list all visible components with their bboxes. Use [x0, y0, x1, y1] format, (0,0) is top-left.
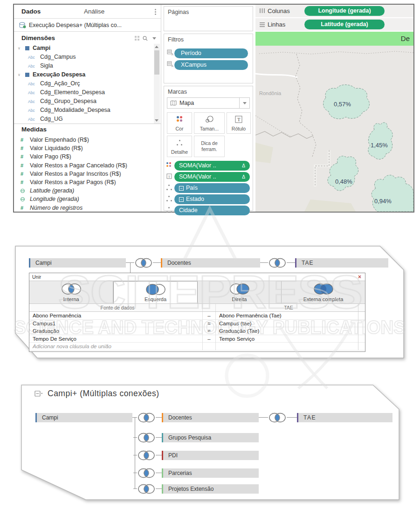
- inner-join-icon[interactable]: [137, 468, 156, 479]
- inner-join-icon[interactable]: [134, 257, 153, 268]
- measure-field[interactable]: #Valor Empenhado (R$): [14, 136, 161, 144]
- join-type-direita[interactable]: Direita: [198, 281, 282, 303]
- map-mark-icon: [170, 100, 177, 106]
- table-bar-parcerias[interactable]: Parcerias: [162, 468, 259, 478]
- measure-field[interactable]: #Valor Restos a Pagar Cancelado (R$): [14, 161, 161, 170]
- join-operator[interactable]: –: [203, 312, 216, 320]
- dimension-field[interactable]: Abc Sigla: [14, 62, 154, 70]
- mark-pill-estado[interactable]: −Estado: [174, 194, 250, 204]
- dimensions-tree: ∨ Campi Abc Cdg_Campus Abc Sigla ∨ Execu…: [14, 44, 154, 124]
- join-clause-row[interactable]: Tempo De Serviço – Tempo Serviço: [29, 335, 365, 343]
- datasource-row[interactable]: Execução Despesa+ (Múltiplas co...: [14, 19, 161, 32]
- dimension-field[interactable]: Abc Cdg_UG: [14, 115, 154, 124]
- join-type-externa-completa[interactable]: Externa completa: [282, 281, 365, 303]
- table-bar-docentes[interactable]: Docentes: [161, 258, 260, 268]
- inner-join-icon[interactable]: [137, 483, 156, 495]
- table-bar-tae[interactable]: TAE: [297, 413, 392, 422]
- dimension-field[interactable]: Abc Cdg_Grupo_Despesa: [14, 97, 154, 106]
- join-clause-row[interactable]: Campus1 = Campus (tae): [29, 320, 365, 328]
- table-bar-docentes[interactable]: Docentes: [162, 413, 259, 422]
- inner-join-icon[interactable]: [268, 257, 287, 268]
- mark-pill-pais[interactable]: −País: [174, 183, 250, 193]
- mark-type-dropdown[interactable]: Mapa: [167, 97, 250, 109]
- dimension-field[interactable]: Abc Cdg_Ação_Orç: [14, 79, 154, 88]
- inner-join-icon[interactable]: [268, 412, 287, 423]
- scroll-down-icon[interactable]: [155, 119, 158, 122]
- table-bar-projetos-extensao[interactable]: Projetos Extensão: [162, 484, 259, 494]
- pane-divider: [14, 124, 161, 124]
- scrollbar-thumb[interactable]: [154, 50, 159, 75]
- dimension-folder-campi[interactable]: ∨ Campi: [14, 44, 154, 53]
- measure-field-generated[interactable]: Longitude (gerada): [14, 195, 161, 203]
- on-detail-icon: [166, 207, 172, 213]
- tab-dados[interactable]: Dados: [21, 8, 41, 15]
- collapse-icon[interactable]: −: [179, 186, 184, 191]
- columns-shelf[interactable]: Colunas Longitude (gerada): [255, 5, 413, 17]
- table-bar-pdi[interactable]: PDI: [162, 451, 259, 460]
- inner-join-icon[interactable]: [137, 450, 156, 461]
- filters-shelf[interactable]: Filtros A Período A XCampus: [164, 34, 253, 83]
- size-button[interactable]: Taman...: [194, 112, 225, 134]
- join-type-esquerda[interactable]: Esquerda: [113, 281, 198, 303]
- join-type-interna[interactable]: Interna: [29, 281, 113, 303]
- measures-title: Medidas: [21, 126, 47, 133]
- join-clause-row[interactable]: Abono Permanência – Abono Permanência (T…: [29, 312, 365, 320]
- expand-caret-icon[interactable]: ∨: [18, 44, 21, 53]
- dimension-field[interactable]: Abc Cdg_Campus: [14, 53, 154, 62]
- view-grid-icon[interactable]: [135, 36, 139, 41]
- label-button[interactable]: T Rótulo: [227, 112, 251, 134]
- tooltip-button[interactable]: Dica de ferram.: [194, 136, 225, 157]
- table-bar-tae[interactable]: TAE: [295, 258, 388, 268]
- join-clause-row[interactable]: Graduação = Graduação (Tae): [29, 327, 365, 335]
- filter-pill-periodo[interactable]: Período: [174, 48, 248, 58]
- search-icon[interactable]: [143, 36, 148, 41]
- join-operator[interactable]: =: [203, 320, 216, 328]
- dimension-field[interactable]: Abc Cdg_Elemento_Despesa: [14, 88, 154, 97]
- folder-icon: [25, 73, 29, 77]
- abc-type-icon: Abc: [28, 62, 35, 71]
- table-bar-campi[interactable]: Campi: [29, 258, 126, 268]
- mark-pill-soma-label[interactable]: SOMA(Valor ..Δ: [174, 172, 250, 182]
- collapse-icon[interactable]: −: [179, 197, 184, 202]
- datasource-sheet-icon[interactable]: [34, 391, 43, 398]
- measure-field[interactable]: #Valor Restos a Pagar Inscritos (R$): [14, 170, 161, 178]
- detail-button[interactable]: Detalhe: [167, 136, 192, 157]
- map-view[interactable]: Rondônia 0,57% 1,45% 0,48% 0,94%: [255, 46, 413, 212]
- rows-shelf[interactable]: Linhas Latitude (gerada): [255, 18, 413, 31]
- tab-analise[interactable]: Análise: [84, 8, 104, 15]
- full-outer-join-icon: [311, 282, 336, 296]
- join-operator[interactable]: –: [203, 335, 216, 343]
- filters-title: Filtros: [168, 36, 184, 43]
- mark-pill-row: SOMA(Valor ..Δ: [164, 161, 253, 171]
- measure-field-generated[interactable]: Latitude (gerada): [14, 186, 161, 195]
- inner-join-icon[interactable]: [137, 432, 156, 443]
- add-join-clause-row[interactable]: Adicionar nova cláusula de união: [29, 343, 365, 351]
- columns-pill-longitude[interactable]: Longitude (gerada): [304, 6, 385, 16]
- measure-field[interactable]: #Valor Restos a Pagar Pagos (R$): [14, 178, 161, 186]
- rows-pill-latitude[interactable]: Latitude (gerada): [304, 20, 385, 29]
- pages-shelf[interactable]: Páginas: [164, 6, 253, 31]
- inner-join-icon[interactable]: [137, 412, 156, 423]
- join-operator[interactable]: =: [203, 327, 216, 335]
- close-icon[interactable]: ×: [358, 274, 361, 280]
- dimensions-scrollbar[interactable]: [154, 44, 160, 124]
- measure-field-generated[interactable]: #Número de registros: [14, 204, 161, 212]
- pane-menu-icon[interactable]: [155, 9, 156, 10]
- dimension-field[interactable]: Abc Cdg_Modalidade_Despesa: [14, 106, 154, 115]
- svg-text:T: T: [168, 175, 171, 179]
- dimensions-menu-caret-icon[interactable]: [152, 37, 156, 40]
- color-button[interactable]: Cor: [167, 112, 192, 134]
- expand-caret-icon[interactable]: ∨: [18, 70, 21, 79]
- measure-field[interactable]: #Valor Liquidado (R$): [14, 144, 161, 152]
- dimension-folder-execucao-despesa[interactable]: ∨ Execução Despesa: [14, 70, 154, 79]
- scroll-up-icon[interactable]: [155, 46, 158, 48]
- join-dialog: Unir × Interna Esquerda: [29, 273, 365, 352]
- mark-pill-row: −Estado: [164, 194, 253, 204]
- mark-pill-soma-color[interactable]: SOMA(Valor ..Δ: [174, 161, 250, 171]
- table-bar-campi[interactable]: Campi: [35, 413, 132, 422]
- table-bar-grupos-pesquisa[interactable]: Grupos Pesquisa: [162, 433, 259, 442]
- filter-pill-xcampus[interactable]: XCampus: [174, 60, 248, 70]
- mark-pill-cidade[interactable]: Cidade: [174, 206, 250, 215]
- measure-field[interactable]: #Valor Pago (R$): [14, 152, 161, 161]
- dropdown-caret[interactable]: [239, 98, 249, 108]
